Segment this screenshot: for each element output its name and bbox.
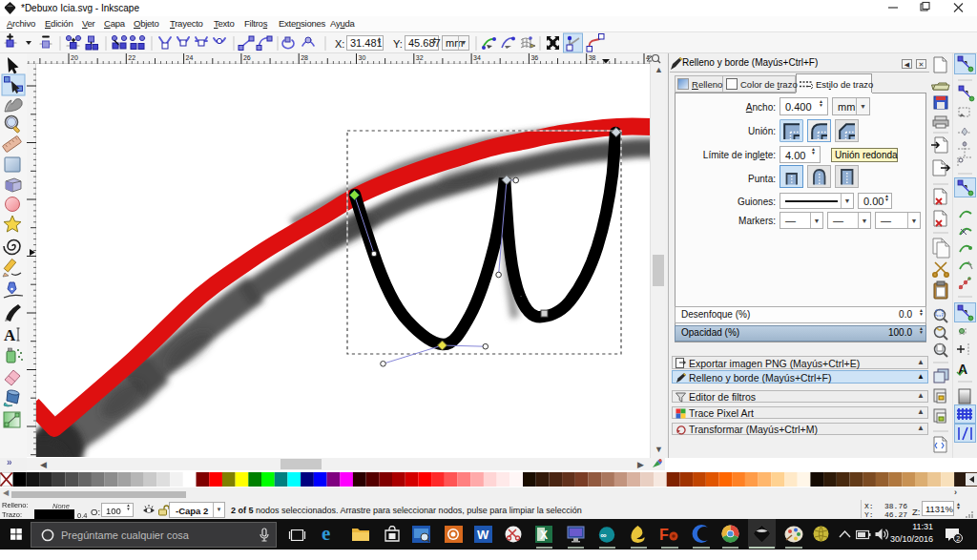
svg-text:38: 38: [589, 54, 596, 61]
svg-text:22: 22: [128, 54, 135, 61]
svg-text:28: 28: [301, 54, 308, 61]
svg-text:20: 20: [71, 54, 78, 61]
svg-text:36: 36: [530, 54, 538, 61]
svg-text:W: W: [477, 528, 489, 542]
svg-text:24: 24: [186, 54, 194, 61]
svg-text:X: X: [540, 529, 548, 542]
svg-text:∞: ∞: [600, 530, 607, 540]
svg-text:26: 26: [243, 54, 251, 61]
svg-text:32: 32: [416, 54, 424, 61]
svg-text:30: 30: [359, 54, 366, 61]
svg-text:A: A: [4, 326, 16, 344]
svg-text:34: 34: [473, 54, 481, 61]
svg-text:F: F: [659, 527, 669, 543]
svg-text:2: 2: [956, 535, 960, 542]
